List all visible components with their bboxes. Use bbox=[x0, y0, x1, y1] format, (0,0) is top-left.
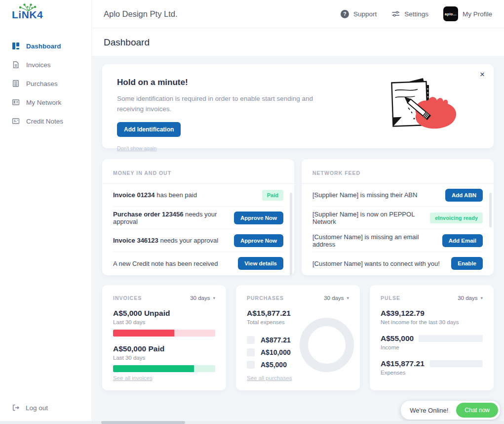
topbar-actions: ? Support Settings aplo... My Profile bbox=[341, 6, 492, 21]
notice-body: Some identification is required in order… bbox=[117, 94, 329, 115]
dashboard-icon bbox=[12, 42, 20, 50]
list-item: A new Credit note has been received View… bbox=[113, 252, 283, 275]
see-all-invoices-link[interactable]: See all invoices bbox=[113, 375, 153, 381]
income-row: A$55,000 Income bbox=[381, 334, 483, 350]
pulse-card: PULSE 30 days▾ A$39,122.79 Net income fo… bbox=[370, 285, 494, 390]
legend-swatch bbox=[247, 348, 255, 356]
row-text: Invoice 346123 needs your approval bbox=[113, 237, 218, 244]
logout-button[interactable]: Log out bbox=[0, 398, 60, 417]
sidebar-item-credit-notes[interactable]: Credit Notes bbox=[0, 112, 91, 130]
enable-button[interactable]: Enable bbox=[451, 257, 483, 270]
expenses-row: A$15,877.21 Expenses bbox=[381, 359, 483, 376]
row-text: [Supplier Name] is now on PEPPOL Network bbox=[312, 211, 430, 225]
income-amount: A$55,000 bbox=[381, 334, 414, 343]
sidebar-item-my-network[interactable]: My Network bbox=[0, 93, 91, 112]
profile-button[interactable]: aplo... My Profile bbox=[443, 6, 492, 21]
list-item: Purchase order 123456 needs your approva… bbox=[113, 207, 283, 229]
scrollbar-thumb[interactable] bbox=[489, 193, 492, 227]
support-label: Support bbox=[353, 10, 377, 18]
expenses-bar bbox=[429, 360, 483, 367]
invoice-document-icon bbox=[12, 61, 20, 69]
identification-notice-card: Hold on a minute! Some identification is… bbox=[102, 64, 494, 148]
settings-label: Settings bbox=[404, 10, 428, 18]
sidebar-item-dashboard[interactable]: Dashboard bbox=[0, 37, 91, 55]
period-dropdown[interactable]: 30 days▾ bbox=[458, 295, 483, 301]
row-text: [Customer Name] wants to connect with yo… bbox=[312, 260, 440, 267]
see-all-purchases-link[interactable]: See all purchases bbox=[247, 375, 292, 381]
hand-writing-illustration bbox=[387, 75, 468, 137]
chat-now-button[interactable]: Chat now bbox=[456, 403, 498, 418]
paid-amount: A$50,000 Paid bbox=[113, 344, 215, 353]
logo-burst-icon bbox=[18, 3, 39, 12]
horizontal-scrollbar-thumb[interactable] bbox=[101, 421, 185, 424]
add-email-button[interactable]: Add Email bbox=[442, 234, 483, 247]
list-item: Invoice 346123 needs your approval Appro… bbox=[113, 229, 283, 252]
card-header: INVOICES 30 days▾ bbox=[113, 295, 215, 301]
profile-label: My Profile bbox=[463, 10, 492, 18]
invoices-card: INVOICES 30 days▾ A$5,000 Unpaid Last 30… bbox=[102, 285, 226, 390]
list-item: Invoice 01234 has been paid Paid bbox=[113, 184, 283, 207]
close-icon[interactable]: × bbox=[480, 70, 485, 79]
legend-item: A$5,000 bbox=[247, 361, 349, 369]
row-text: [Customer Name] is missing an email addr… bbox=[312, 233, 442, 248]
legend-swatch bbox=[247, 336, 255, 344]
logout-icon bbox=[12, 404, 20, 412]
network-rows: [Supplier Name] is missing their ABN Add… bbox=[302, 184, 494, 275]
money-rows: Invoice 01234 has been paid Paid Purchas… bbox=[102, 184, 294, 275]
ledger-icon bbox=[12, 80, 20, 87]
sidebar-item-purchases[interactable]: Purchases bbox=[0, 74, 91, 93]
expenses-legend: A$877.21 A$10,000 A$5,000 bbox=[247, 336, 349, 369]
card-title: MONEY IN AND OUT bbox=[113, 170, 171, 176]
paid-block: A$50,000 Paid Last 30 days bbox=[113, 344, 215, 372]
avatar: aplo... bbox=[443, 6, 458, 21]
card-header: NETWORK FEED bbox=[302, 159, 494, 184]
income-bar bbox=[419, 335, 483, 342]
add-identification-button[interactable]: Add Identification bbox=[117, 122, 181, 137]
list-item: [Customer Name] wants to connect with yo… bbox=[312, 252, 483, 275]
list-item: [Customer Name] is missing an email addr… bbox=[312, 229, 483, 252]
dont-show-again-link[interactable]: Don't show again bbox=[117, 145, 156, 151]
chevron-down-icon: ▾ bbox=[347, 296, 349, 300]
unpaid-block: A$5,000 Unpaid Last 30 days bbox=[113, 309, 215, 337]
chat-widget: We're Online! Chat now bbox=[401, 401, 500, 420]
scrollbar-thumb[interactable] bbox=[290, 193, 292, 275]
list-item: [Supplier Name] is now on PEPPOL Network… bbox=[312, 207, 483, 229]
link4-logo[interactable]: LiNK4 bbox=[12, 9, 43, 21]
expenses-amount: A$15,877.21 bbox=[381, 359, 425, 368]
contact-card-icon bbox=[12, 98, 20, 106]
sidebar-item-label: Dashboard bbox=[26, 42, 61, 50]
topbar: Aplo Design Pty Ltd. ? Support Settings … bbox=[92, 0, 504, 28]
income-label: Income bbox=[381, 344, 483, 350]
horizontal-scrollbar[interactable] bbox=[0, 421, 504, 424]
paid-sub: Last 30 days bbox=[113, 355, 215, 361]
sidebar-item-invoices[interactable]: Invoices bbox=[0, 55, 91, 74]
approve-now-button[interactable]: Approve Now bbox=[234, 234, 283, 247]
card-title: NETWORK FEED bbox=[312, 170, 360, 176]
feed-cards-row: MONEY IN AND OUT Invoice 01234 has been … bbox=[102, 159, 494, 275]
company-name: Aplo Design Pty Ltd. bbox=[104, 9, 178, 19]
period-dropdown[interactable]: 30 days▾ bbox=[190, 295, 215, 301]
card-title: PULSE bbox=[381, 295, 400, 301]
purchases-card: PURCHASES 30 days▾ A$15,877.21 Total exp… bbox=[236, 285, 360, 390]
paid-bar bbox=[113, 365, 215, 372]
card-header: PULSE 30 days▾ bbox=[381, 295, 483, 301]
card-title: PURCHASES bbox=[247, 295, 284, 301]
chevron-down-icon: ▾ bbox=[480, 296, 483, 300]
sidebar-item-label: Credit Notes bbox=[26, 118, 63, 125]
page-title: Dashboard bbox=[104, 37, 150, 48]
network-feed-card: NETWORK FEED [Supplier Name] is missing … bbox=[302, 159, 494, 275]
row-text: A new Credit note has been received bbox=[113, 260, 218, 267]
settings-button[interactable]: Settings bbox=[391, 10, 428, 18]
page-title-bar: Dashboard bbox=[92, 29, 504, 56]
approve-now-button[interactable]: Approve Now bbox=[234, 212, 283, 224]
view-details-button[interactable]: View details bbox=[238, 257, 283, 270]
legend-item: A$877.21 bbox=[247, 336, 349, 344]
chevron-down-icon: ▾ bbox=[213, 296, 215, 300]
unpaid-bar-fill bbox=[113, 330, 174, 337]
card-header: PURCHASES 30 days▾ bbox=[247, 295, 349, 301]
support-button[interactable]: ? Support bbox=[341, 10, 377, 18]
add-abn-button[interactable]: Add ABN bbox=[445, 189, 483, 202]
period-dropdown[interactable]: 30 days▾ bbox=[324, 295, 349, 301]
sidebar-item-label: My Network bbox=[26, 99, 61, 106]
content-area: Hold on a minute! Some identification is… bbox=[92, 56, 504, 424]
